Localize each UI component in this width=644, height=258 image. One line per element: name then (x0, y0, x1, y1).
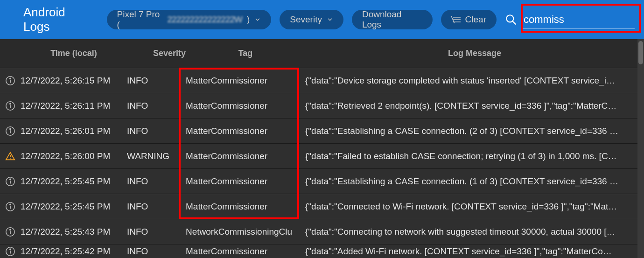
svg-point-28 (10, 249, 11, 250)
severity-label: Severity (290, 14, 322, 25)
row-time: 12/7/2022, 5:25:45 PM (21, 202, 127, 212)
info-icon (5, 246, 15, 257)
table-row[interactable]: 12/7/2022, 5:26:00 PMWARNINGMatterCommis… (0, 144, 644, 169)
app-header: Android Logs Pixel 7 Pro (22222222222222… (0, 0, 644, 39)
scrollbar-thumb[interactable] (638, 41, 643, 64)
search-input[interactable] (523, 11, 635, 29)
row-tag: MatterCommissioner (186, 101, 305, 111)
row-severity: INFO (127, 126, 186, 136)
table-row[interactable]: 12/7/2022, 5:26:15 PMINFOMatterCommissio… (0, 68, 644, 93)
row-severity-icon (0, 126, 21, 136)
row-severity-icon (0, 101, 21, 111)
col-header-tag[interactable]: Tag (186, 49, 305, 58)
log-table-body: 12/7/2022, 5:26:15 PMINFOMatterCommissio… (0, 68, 644, 258)
row-tag: MatterCommissioner (186, 246, 305, 257)
table-row[interactable]: 12/7/2022, 5:26:11 PMINFOMatterCommissio… (0, 93, 644, 119)
severity-selector[interactable]: Severity (280, 10, 343, 29)
device-label-prefix: Pixel 7 Pro ( (117, 9, 163, 30)
svg-point-19 (10, 179, 11, 180)
row-message: {"data":"Connected to Wi-Fi network. [CO… (305, 202, 644, 212)
clear-button[interactable]: Clear (441, 10, 497, 29)
page-title: Android Logs (23, 5, 94, 34)
row-tag: MatterCommissioner (186, 76, 305, 86)
row-severity: INFO (127, 176, 186, 187)
search-icon (505, 14, 517, 26)
row-severity-icon (0, 246, 21, 257)
row-severity: INFO (127, 76, 186, 86)
warning-icon (5, 151, 15, 161)
row-severity-icon (0, 227, 21, 237)
svg-point-25 (10, 229, 11, 230)
clear-icon (451, 16, 461, 23)
info-icon (5, 76, 15, 86)
row-time: 12/7/2022, 5:26:15 PM (21, 76, 127, 86)
row-message: {"data":"Failed to establish CASE connec… (305, 151, 644, 161)
info-icon (5, 101, 15, 111)
row-severity: WARNING (127, 151, 186, 161)
info-icon (5, 126, 15, 136)
row-severity-icon (0, 76, 21, 86)
table-row[interactable]: 12/7/2022, 5:25:45 PMINFOMatterCommissio… (0, 169, 644, 194)
chevron-down-icon (327, 16, 333, 23)
row-message: {"data":"Device storage completed with s… (305, 76, 644, 86)
scrollbar-track[interactable] (637, 39, 644, 258)
svg-point-8 (10, 78, 11, 79)
row-severity: INFO (127, 246, 186, 257)
table-row[interactable]: 12/7/2022, 5:25:45 PMINFOMatterCommissio… (0, 194, 644, 219)
table-header: Time (local) Severity Tag Log Message (0, 39, 644, 68)
device-id: 222222222222222W (168, 14, 242, 25)
row-severity-icon (0, 176, 21, 187)
svg-point-11 (10, 103, 11, 104)
row-severity-icon (0, 202, 21, 212)
row-message: {"data":"Connecting to network with sugg… (305, 227, 644, 237)
row-tag: MatterCommissioner (186, 151, 305, 161)
info-icon (5, 202, 15, 212)
chevron-down-icon (254, 16, 261, 23)
search-container (505, 11, 635, 29)
row-message: {"data":"Retrieved 2 endpoint(s). [CONTE… (305, 101, 644, 111)
row-severity: INFO (127, 202, 186, 212)
row-time: 12/7/2022, 5:25:42 PM (21, 246, 127, 257)
row-time: 12/7/2022, 5:25:43 PM (21, 227, 127, 237)
svg-line-5 (512, 21, 516, 24)
row-severity: INFO (127, 227, 186, 237)
row-tag: MatterCommissioner (186, 126, 305, 136)
row-severity-icon (0, 151, 21, 161)
clear-label: Clear (465, 14, 486, 25)
download-logs-button[interactable]: Download Logs (352, 10, 433, 29)
row-tag: MatterCommissioner (186, 176, 305, 187)
row-time: 12/7/2022, 5:26:01 PM (21, 126, 127, 136)
col-header-severity[interactable]: Severity (127, 49, 186, 58)
col-header-time[interactable]: Time (local) (21, 49, 127, 58)
row-time: 12/7/2022, 5:25:45 PM (21, 176, 127, 187)
info-icon (5, 176, 15, 187)
col-header-message[interactable]: Log Message (305, 49, 644, 58)
row-tag: MatterCommissioner (186, 202, 305, 212)
device-label-suffix: ) (247, 14, 250, 25)
row-message: {"data":"Establishing a CASE connection.… (305, 126, 644, 136)
row-message: {"data":"Establishing a CASE connection.… (305, 176, 644, 187)
row-time: 12/7/2022, 5:26:11 PM (21, 101, 127, 111)
row-time: 12/7/2022, 5:26:00 PM (21, 151, 127, 161)
row-tag: NetworkCommissioningClu (186, 227, 305, 237)
table-row[interactable]: 12/7/2022, 5:25:43 PMINFONetworkCommissi… (0, 219, 644, 244)
download-label: Download Logs (362, 9, 422, 30)
svg-point-14 (10, 128, 11, 129)
info-icon (5, 227, 15, 237)
row-severity: INFO (127, 101, 186, 111)
table-row[interactable]: 12/7/2022, 5:26:01 PMINFOMatterCommissio… (0, 119, 644, 144)
device-selector[interactable]: Pixel 7 Pro (222222222222222W) (107, 10, 272, 29)
svg-point-22 (10, 204, 11, 205)
table-row[interactable]: 12/7/2022, 5:25:42 PMINFOMatterCommissio… (0, 244, 644, 258)
row-message: {"data":"Added Wi-Fi network. [CONTEXT s… (305, 246, 644, 257)
